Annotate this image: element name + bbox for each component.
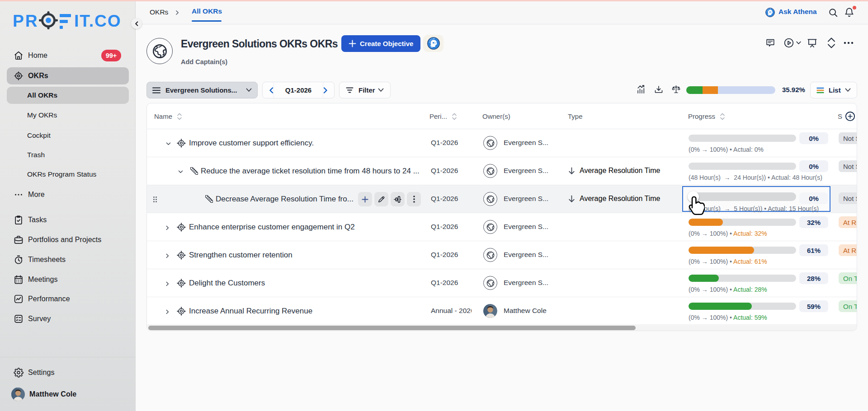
svg-text:PR: PR [13,12,38,30]
svg-text:IT.CO: IT.CO [74,12,122,30]
